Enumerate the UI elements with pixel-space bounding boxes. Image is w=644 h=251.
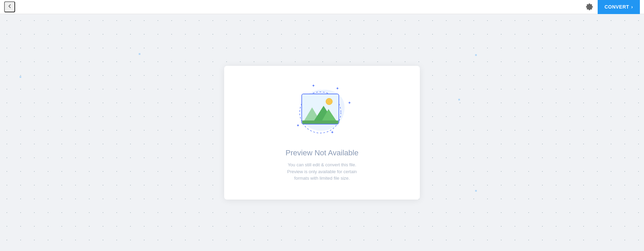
sparkle-4: ✦ bbox=[331, 130, 334, 135]
preview-subtitle-line1: You can still edit & convert this file. bbox=[288, 162, 356, 167]
sparkle-3: ✦ bbox=[296, 123, 300, 128]
convert-arrow-icon: › bbox=[631, 4, 633, 10]
mountain-illustration bbox=[302, 94, 338, 124]
preview-card: ✦ ✦ ✦ ✦ ✦ Preview Not Available You can … bbox=[224, 66, 420, 200]
sparkle-1: ✦ bbox=[336, 86, 339, 91]
image-frame bbox=[301, 94, 339, 124]
main-content: ✦ ✦ ✦ ✦ ✦ Preview Not Available You can … bbox=[0, 14, 644, 251]
gear-icon bbox=[586, 3, 593, 10]
svg-point-3 bbox=[326, 98, 332, 105]
illustration-container: ✦ ✦ ✦ ✦ ✦ bbox=[291, 83, 353, 138]
sparkle-5: ✦ bbox=[312, 83, 315, 88]
preview-subtitle-line2: Preview is only available for certain bbox=[287, 169, 357, 174]
svg-rect-7 bbox=[302, 121, 338, 124]
header-right: CONVERT › bbox=[584, 0, 640, 14]
back-button[interactable] bbox=[4, 1, 15, 12]
preview-subtitle: You can still edit & convert this file. … bbox=[287, 162, 357, 182]
preview-subtitle-line3: formats with limited file size. bbox=[294, 176, 350, 181]
convert-button-label: CONVERT bbox=[605, 4, 629, 10]
settings-button[interactable] bbox=[584, 1, 595, 12]
back-icon bbox=[7, 3, 13, 11]
header-left bbox=[4, 1, 15, 12]
sparkle-2: ✦ bbox=[348, 100, 351, 105]
header: CONVERT › bbox=[0, 0, 644, 14]
convert-button[interactable]: CONVERT › bbox=[598, 0, 640, 14]
preview-title: Preview Not Available bbox=[286, 148, 358, 157]
